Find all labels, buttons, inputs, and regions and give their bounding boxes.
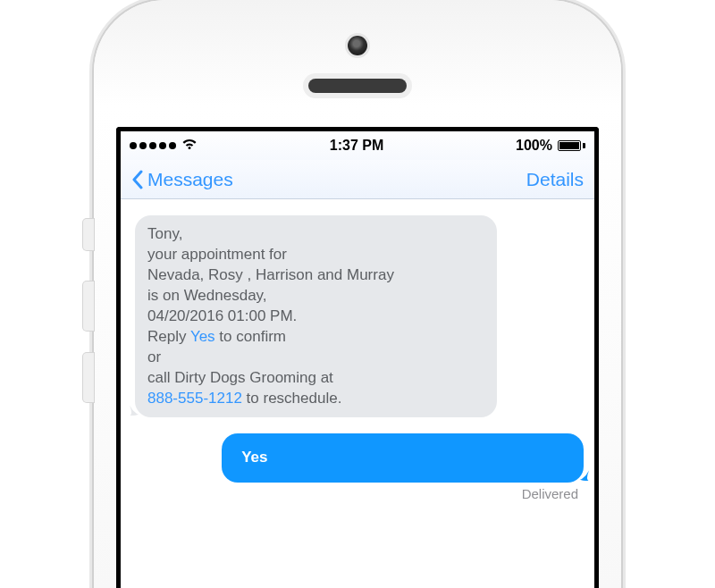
msg-line: Tony,: [147, 225, 182, 242]
phone-frame: 1:37 PM 100% Messages Details Tony, your…: [94, 0, 621, 588]
wifi-icon: [181, 136, 198, 155]
msg-line: your appointment for: [147, 246, 287, 263]
back-label: Messages: [147, 169, 233, 190]
front-camera: [348, 36, 367, 55]
msg-line-prefix: Reply: [147, 328, 190, 345]
msg-line: or: [147, 349, 161, 365]
details-button[interactable]: Details: [526, 169, 584, 190]
outgoing-text: Yes: [241, 449, 267, 466]
status-time: 1:37 PM: [330, 138, 383, 154]
chevron-left-icon: [131, 170, 144, 189]
msg-line: 04/20/2016 01:00 PM.: [147, 307, 297, 324]
msg-line: Nevada, Rosy , Harrison and Murray: [147, 266, 394, 283]
battery-icon: [558, 140, 585, 151]
mute-switch: [83, 219, 94, 250]
msg-line: call Dirty Dogs Grooming at: [147, 369, 333, 386]
back-button[interactable]: Messages: [131, 169, 233, 190]
signal-dots-icon: [130, 142, 176, 149]
msg-line-suffix: to confirm: [215, 328, 286, 345]
status-bar: 1:37 PM 100%: [121, 131, 594, 160]
status-right: 100%: [516, 138, 585, 154]
volume-up-button: [83, 281, 94, 331]
status-left: [130, 136, 198, 155]
battery-percent: 100%: [516, 138, 552, 154]
earpiece-speaker: [308, 79, 407, 93]
outgoing-message-bubble[interactable]: Yes: [222, 433, 584, 483]
volume-down-button: [83, 353, 94, 402]
phone-number-link[interactable]: 888-555-1212: [147, 390, 242, 407]
msg-line: is on Wednesday,: [147, 287, 267, 304]
reply-yes-link[interactable]: Yes: [190, 328, 215, 345]
incoming-message-bubble[interactable]: Tony, your appointment for Nevada, Rosy …: [135, 215, 497, 417]
msg-line-suffix: to reschedule.: [242, 390, 342, 407]
nav-bar: Messages Details: [121, 160, 594, 199]
delivered-status: Delivered: [131, 486, 584, 501]
screen: 1:37 PM 100% Messages Details Tony, your…: [116, 127, 599, 588]
messages-list[interactable]: Tony, your appointment for Nevada, Rosy …: [121, 199, 594, 588]
